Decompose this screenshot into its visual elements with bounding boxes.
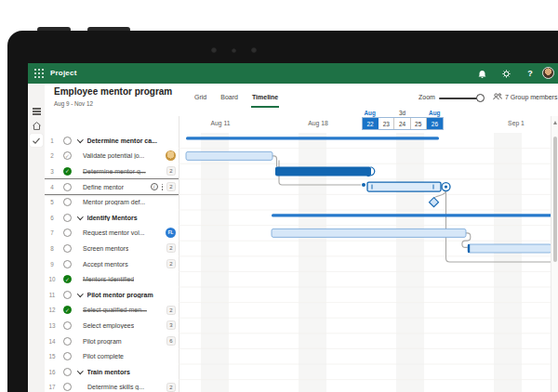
check-icon[interactable] bbox=[30, 134, 43, 147]
task-name[interactable]: Pilot program bbox=[83, 338, 122, 345]
waffle-icon[interactable] bbox=[34, 69, 44, 78]
task-row[interactable]: 4✓Define mentori2 bbox=[45, 179, 179, 195]
chevron-down-icon[interactable] bbox=[77, 368, 83, 373]
picker-day[interactable]: 24 bbox=[394, 118, 410, 129]
task-complete-circle[interactable]: ✓ bbox=[63, 183, 72, 191]
task-row[interactable]: 8✓Screen mentors2 bbox=[45, 241, 179, 256]
task-row-meta: 6 bbox=[166, 336, 176, 346]
date-range-picker: Aug 3d Aug 2223242526 bbox=[362, 108, 444, 130]
task-row[interactable]: 14✓Pilot program6 bbox=[45, 333, 179, 349]
gantt-task-bar[interactable] bbox=[186, 151, 272, 160]
hamburger-icon[interactable] bbox=[30, 105, 43, 118]
task-list: 1✓Determine mentor ca...2✓Validate poten… bbox=[45, 133, 179, 392]
help-icon[interactable]: ? bbox=[525, 69, 535, 78]
info-icon[interactable]: i bbox=[151, 183, 158, 190]
task-row[interactable]: 10✓Mentors identified bbox=[45, 271, 179, 287]
gantt-task-bar[interactable] bbox=[468, 244, 551, 253]
task-complete-circle[interactable]: ✓ bbox=[63, 229, 72, 237]
camera-dot bbox=[211, 47, 217, 53]
task-complete-circle[interactable]: ✓ bbox=[63, 383, 72, 391]
home-icon[interactable] bbox=[30, 119, 43, 132]
task-row[interactable]: 11✓Pilot mentor program bbox=[45, 287, 179, 303]
zoom-slider-knob[interactable] bbox=[476, 94, 485, 102]
chevron-down-icon[interactable] bbox=[77, 214, 83, 219]
tab-grid[interactable]: Grid bbox=[193, 92, 207, 108]
tab-timeline[interactable]: Timeline bbox=[251, 92, 279, 108]
scroll-up-arrow[interactable] bbox=[553, 121, 557, 124]
picker-day[interactable]: 25 bbox=[411, 118, 427, 129]
task-complete-circle[interactable]: ✓ bbox=[63, 352, 72, 360]
people-icon bbox=[493, 93, 502, 100]
task-row[interactable]: 9✓Accept mentors2 bbox=[45, 256, 179, 272]
task-name[interactable]: Identify Mentors bbox=[87, 215, 138, 221]
task-complete-circle[interactable]: ✓ bbox=[63, 368, 72, 376]
task-row[interactable]: 1✓Determine mentor ca... bbox=[45, 133, 179, 149]
dependency-endpoint-dot bbox=[366, 174, 369, 176]
task-name[interactable]: Validate potential jo... bbox=[83, 152, 144, 159]
gantt-completed-bar[interactable] bbox=[275, 167, 371, 176]
task-complete-circle[interactable]: ✓ bbox=[63, 137, 72, 145]
comment-count-badge: 2 bbox=[166, 383, 176, 392]
task-name[interactable]: Pilot mentor program bbox=[87, 292, 153, 298]
task-name[interactable]: Select employees bbox=[83, 322, 134, 329]
gantt-selected-bar[interactable] bbox=[367, 182, 441, 191]
task-complete-circle[interactable]: ✓ bbox=[63, 337, 72, 346]
task-complete-circle[interactable]: ✓ bbox=[63, 244, 72, 253]
user-avatar[interactable] bbox=[542, 67, 554, 79]
task-complete-circle[interactable]: ✓ bbox=[63, 260, 72, 268]
task-row[interactable]: 3✓Determine mentor q...2 bbox=[45, 163, 179, 179]
task-name[interactable]: Request mentor vol... bbox=[83, 229, 145, 236]
task-complete-circle[interactable]: ✓ bbox=[63, 306, 72, 314]
bell-icon[interactable] bbox=[477, 69, 486, 78]
picker-day[interactable]: 22 bbox=[363, 118, 379, 129]
zoom-label: Zoom bbox=[418, 94, 435, 100]
task-row[interactable]: 15✓Pilot complete bbox=[45, 348, 179, 364]
assignee-avatar[interactable] bbox=[166, 150, 176, 161]
gantt-summary-bar[interactable] bbox=[186, 137, 439, 139]
task-row[interactable]: 7✓Request mentor vol...FL bbox=[45, 226, 179, 242]
task-name[interactable]: Train mentors bbox=[87, 369, 130, 375]
gear-icon[interactable] bbox=[501, 69, 511, 78]
task-row[interactable]: 5✓Mentor program def... bbox=[45, 194, 179, 210]
comment-count-badge: 2 bbox=[166, 243, 176, 253]
task-name[interactable]: Mentors identified bbox=[83, 276, 134, 282]
task-complete-circle[interactable]: ✓ bbox=[63, 321, 72, 330]
tab-board[interactable]: Board bbox=[219, 92, 239, 108]
chevron-down-icon[interactable] bbox=[77, 137, 83, 142]
task-complete-circle[interactable]: ✓ bbox=[63, 214, 72, 222]
dependency-create-dot bbox=[445, 186, 447, 189]
task-name[interactable]: Accept mentors bbox=[83, 261, 128, 268]
gantt-summary-bar[interactable] bbox=[272, 214, 552, 216]
task-complete-circle[interactable]: ✓ bbox=[63, 275, 72, 283]
task-name[interactable]: Determine mentor q... bbox=[83, 168, 146, 175]
task-name[interactable]: Screen mentors bbox=[83, 245, 128, 252]
chevron-down-icon[interactable] bbox=[77, 291, 83, 296]
task-row[interactable]: 2✓Validate potential jo... bbox=[45, 149, 179, 164]
kebab-menu-icon[interactable] bbox=[161, 183, 164, 191]
task-complete-circle[interactable]: ✓ bbox=[63, 151, 72, 160]
task-complete-circle[interactable]: ✓ bbox=[63, 198, 72, 206]
task-name[interactable]: Define mentor bbox=[83, 184, 124, 190]
task-name[interactable]: Mentor program def... bbox=[83, 199, 145, 205]
group-members[interactable]: 7 Group members bbox=[493, 93, 557, 100]
group-members-label: 7 Group members bbox=[505, 94, 557, 100]
task-name[interactable]: Select qualified men... bbox=[83, 307, 147, 313]
task-name[interactable]: Determine skills g... bbox=[87, 384, 144, 390]
task-name[interactable]: Determine mentor ca... bbox=[87, 137, 157, 144]
picker-day[interactable]: 26 bbox=[427, 118, 443, 129]
task-row[interactable]: 6✓Identify Mentors bbox=[45, 210, 179, 226]
task-row[interactable]: 12✓Select qualified men...2 bbox=[45, 303, 179, 319]
task-row[interactable]: 13✓Select employees3 bbox=[45, 318, 179, 333]
task-row[interactable]: 16✓Train mentors bbox=[45, 364, 179, 380]
task-name[interactable]: Pilot complete bbox=[83, 353, 124, 359]
task-row[interactable]: 17✓Determine skills g...2 bbox=[45, 380, 179, 392]
scrollbar-thumb[interactable] bbox=[553, 137, 557, 262]
task-complete-circle[interactable]: ✓ bbox=[63, 167, 72, 176]
app-screen: Project ? Employee mentor program Aug 9 … bbox=[28, 63, 558, 392]
vertical-scrollbar[interactable] bbox=[551, 116, 558, 392]
task-complete-circle[interactable]: ✓ bbox=[63, 291, 72, 299]
gantt-milestone-diamond[interactable] bbox=[430, 198, 439, 207]
assignee-avatar[interactable]: FL bbox=[166, 228, 176, 238]
gantt-task-bar[interactable] bbox=[272, 229, 466, 237]
picker-day[interactable]: 23 bbox=[379, 118, 394, 129]
